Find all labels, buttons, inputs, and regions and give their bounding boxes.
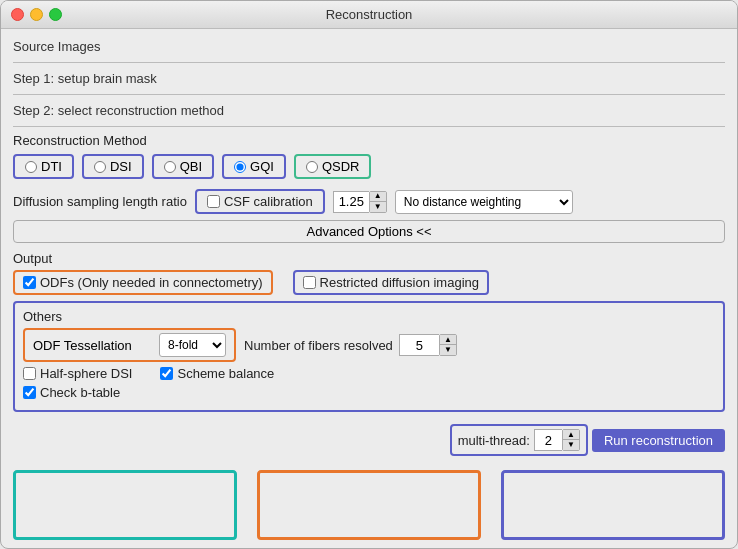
method-dsi-label: DSI xyxy=(110,159,132,174)
restricted-box: Restricted diffusion imaging xyxy=(293,270,489,295)
source-images-link[interactable]: Source Images xyxy=(13,37,725,56)
reconstruction-method-label: Reconstruction Method xyxy=(13,133,725,148)
diffusion-down-btn[interactable]: ▼ xyxy=(370,202,386,212)
diffusion-value: 1.25 xyxy=(333,191,369,213)
restricted-label: Restricted diffusion imaging xyxy=(320,275,479,290)
diffusion-up-btn[interactable]: ▲ xyxy=(370,192,386,202)
method-qsdr-radio[interactable] xyxy=(306,161,318,173)
multithread-up-btn[interactable]: ▲ xyxy=(563,430,579,440)
diffusion-label: Diffusion sampling length ratio xyxy=(13,194,187,209)
method-dti-label: DTI xyxy=(41,159,62,174)
main-window: Reconstruction Source Images Step 1: set… xyxy=(0,0,738,549)
multithread-box: multi-thread: 2 ▲ ▼ xyxy=(450,424,588,456)
checkbtable-checkbox[interactable] xyxy=(23,386,36,399)
fibers-control: 5 ▲ ▼ xyxy=(399,334,457,356)
run-reconstruction-button[interactable]: Run reconstruction xyxy=(592,429,725,452)
footer-box-orange xyxy=(257,470,481,540)
method-qsdr-box[interactable]: QSDR xyxy=(294,154,372,179)
multithread-stepper: ▲ ▼ xyxy=(562,429,580,451)
multithread-down-btn[interactable]: ▼ xyxy=(563,440,579,450)
others-checkbtable-row: Check b-table xyxy=(23,385,715,400)
odf-tess-box: ODF Tessellation 4-fold 8-fold 16-fold xyxy=(23,328,236,362)
footer-boxes xyxy=(13,470,725,540)
odf-checkbox[interactable] xyxy=(23,276,36,289)
others-section: Others ODF Tessellation 4-fold 8-fold 16… xyxy=(13,301,725,412)
method-gqi-box[interactable]: GQI xyxy=(222,154,286,179)
checkbtable-label: Check b-table xyxy=(40,385,120,400)
method-qbi-label: QBI xyxy=(180,159,202,174)
step1-link[interactable]: Step 1: setup brain mask xyxy=(13,69,725,88)
divider3 xyxy=(13,126,725,127)
main-content: Source Images Step 1: setup brain mask S… xyxy=(1,29,737,548)
scheme-label: Scheme balance xyxy=(177,366,274,381)
method-dsi-box[interactable]: DSI xyxy=(82,154,144,179)
fibers-stepper: ▲ ▼ xyxy=(439,334,457,356)
odf-tess-label: ODF Tessellation xyxy=(33,338,153,353)
multithread-control: 2 ▲ ▼ xyxy=(534,429,580,451)
others-halfsphere-row: Half-sphere DSI Scheme balance xyxy=(23,366,715,381)
method-dti-box[interactable]: DTI xyxy=(13,154,74,179)
minimize-button[interactable] xyxy=(30,8,43,21)
maximize-button[interactable] xyxy=(49,8,62,21)
fibers-row: Number of fibers resolved 5 ▲ ▼ xyxy=(244,334,457,356)
fibers-label: Number of fibers resolved xyxy=(244,338,393,353)
method-dti-radio[interactable] xyxy=(25,161,37,173)
method-gqi-radio[interactable] xyxy=(234,161,246,173)
csf-checkbox[interactable] xyxy=(207,195,220,208)
multithread-value: 2 xyxy=(534,429,562,451)
odf-tess-dropdown[interactable]: 4-fold 8-fold 16-fold xyxy=(159,333,226,357)
restricted-checkbox[interactable] xyxy=(303,276,316,289)
fibers-up-btn[interactable]: ▲ xyxy=(440,335,456,345)
footer-box-teal xyxy=(13,470,237,540)
output-label: Output xyxy=(13,251,725,266)
titlebar: Reconstruction xyxy=(1,1,737,29)
odf-box: ODFs (Only needed in connectometry) xyxy=(13,270,273,295)
halfsphere-label: Half-sphere DSI xyxy=(40,366,132,381)
method-gqi-label: GQI xyxy=(250,159,274,174)
divider1 xyxy=(13,62,725,63)
advanced-options-button[interactable]: Advanced Options << xyxy=(13,220,725,243)
window-title: Reconstruction xyxy=(326,7,413,22)
checkbtable-item: Check b-table xyxy=(23,385,120,400)
traffic-lights xyxy=(11,8,62,21)
footer-box-purple xyxy=(501,470,725,540)
diffusion-row: Diffusion sampling length ratio CSF cali… xyxy=(13,189,725,214)
run-section: multi-thread: 2 ▲ ▼ Run reconstruction xyxy=(450,424,725,456)
odf-label: ODFs (Only needed in connectometry) xyxy=(40,275,263,290)
weighting-dropdown[interactable]: No distance weighting Distance weighting… xyxy=(395,190,573,214)
halfsphere-item: Half-sphere DSI xyxy=(23,366,132,381)
csf-label: CSF calibration xyxy=(224,194,313,209)
fibers-down-btn[interactable]: ▼ xyxy=(440,345,456,355)
others-label: Others xyxy=(23,309,715,324)
diffusion-value-control: 1.25 ▲ ▼ xyxy=(333,191,387,213)
fibers-value: 5 xyxy=(399,334,439,356)
method-dsi-radio[interactable] xyxy=(94,161,106,173)
divider2 xyxy=(13,94,725,95)
csf-box: CSF calibration xyxy=(195,189,325,214)
others-tess-row: ODF Tessellation 4-fold 8-fold 16-fold N… xyxy=(23,328,715,362)
scheme-checkbox[interactable] xyxy=(160,367,173,380)
diffusion-stepper: ▲ ▼ xyxy=(369,191,387,213)
output-row: ODFs (Only needed in connectometry) Rest… xyxy=(13,270,725,295)
halfsphere-checkbox[interactable] xyxy=(23,367,36,380)
close-button[interactable] xyxy=(11,8,24,21)
method-qbi-box[interactable]: QBI xyxy=(152,154,214,179)
step2-link[interactable]: Step 2: select reconstruction method xyxy=(13,101,725,120)
multithread-label: multi-thread: xyxy=(458,433,530,448)
scheme-item: Scheme balance xyxy=(160,366,274,381)
method-row: DTI DSI QBI GQI QSDR xyxy=(13,152,725,181)
method-qbi-radio[interactable] xyxy=(164,161,176,173)
method-qsdr-label: QSDR xyxy=(322,159,360,174)
